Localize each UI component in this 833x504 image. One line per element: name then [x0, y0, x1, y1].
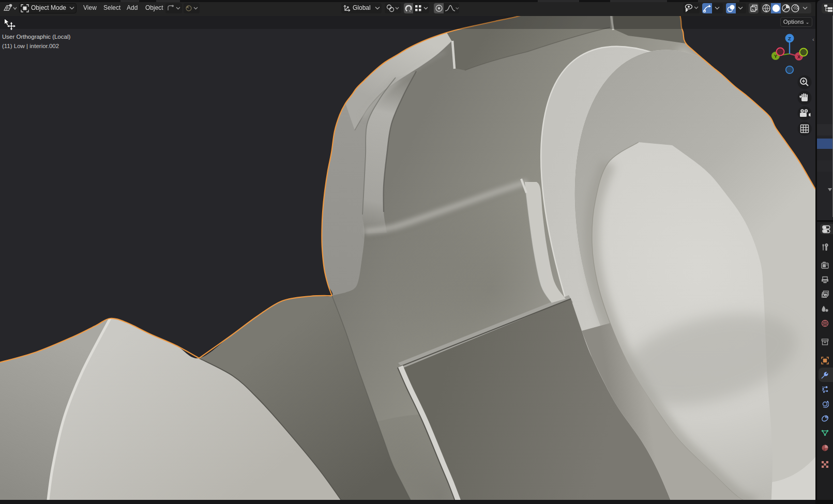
svg-text:User Orthographic (Local): User Orthographic (Local) — [2, 34, 70, 40]
svg-text:Y: Y — [774, 54, 777, 59]
svg-text:(11) Low | interior.002: (11) Low | interior.002 — [2, 43, 59, 49]
svg-text:X: X — [797, 54, 800, 59]
svg-text:‹: ‹ — [812, 36, 814, 42]
svg-text:Z: Z — [788, 36, 791, 41]
